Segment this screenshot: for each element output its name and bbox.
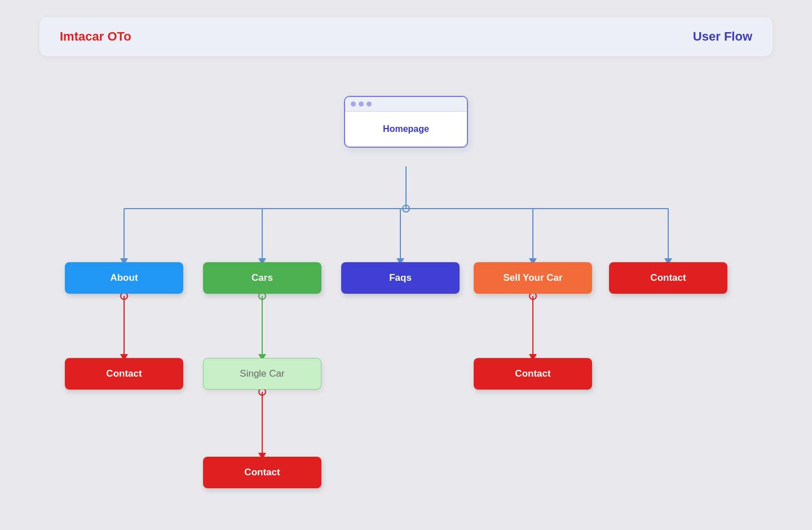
app-title: Imtacar OTo [60,29,131,44]
homepage-node: Homepage [344,96,468,148]
page-subtitle: User Flow [693,29,752,44]
svg-point-12 [403,205,409,212]
cars-node[interactable]: Cars [203,262,321,294]
contact-about-node[interactable]: Contact [65,358,183,390]
browser-dot-1 [351,101,356,107]
contact-sell-node[interactable]: Contact [474,358,592,390]
faqs-node[interactable]: Faqs [341,262,460,294]
browser-bar [345,97,467,112]
contact-top-node[interactable]: Contact [609,262,727,294]
homepage-label: Homepage [345,112,467,147]
sell-your-car-node[interactable]: Sell Your Car [474,262,592,294]
contact-cars-node[interactable]: Contact [203,457,321,488]
header: Imtacar OTo User Flow [39,17,773,56]
single-car-node[interactable]: Single Car [203,358,321,390]
flow-diagram: Homepage About Cars Faqs Sell Your Car C… [0,73,812,530]
browser-dot-2 [359,101,364,107]
browser-dot-3 [367,101,372,107]
about-node[interactable]: About [65,262,183,294]
